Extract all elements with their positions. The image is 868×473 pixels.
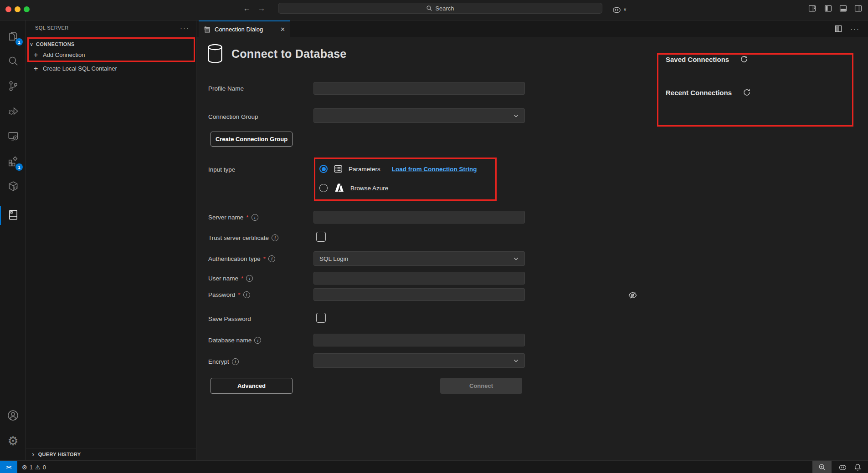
save-password-checkbox[interactable] <box>316 313 326 323</box>
browse-azure-label: Browse Azure <box>350 185 388 192</box>
connections-section-header[interactable]: ∨ CONNECTIONS <box>26 39 195 50</box>
profile-name-input[interactable] <box>313 82 525 95</box>
add-connection-item[interactable]: + Add Connection <box>26 49 195 61</box>
more-actions-icon[interactable]: ··· <box>850 25 860 33</box>
sidebar-item-remote-explorer[interactable] <box>0 124 26 149</box>
remote-explorer-icon <box>7 130 19 144</box>
manage-settings-button[interactable]: ⚙ <box>0 429 26 454</box>
search-placeholder: Search <box>435 5 454 12</box>
create-local-sql-container-label: Create Local SQL Container <box>43 65 117 72</box>
user-name-input[interactable] <box>313 272 525 285</box>
input-type-browse-azure-option[interactable]: Browse Azure <box>319 183 388 193</box>
info-icon[interactable]: i <box>254 337 261 344</box>
sidebar-item-explorer[interactable]: 1 <box>0 24 26 49</box>
create-local-sql-container-item[interactable]: + Create Local SQL Container <box>26 63 195 74</box>
sidebar-item-containers[interactable] <box>0 174 26 199</box>
advanced-button[interactable]: Advanced <box>211 378 293 394</box>
connection-dialog-icon <box>204 25 211 33</box>
close-tab-icon[interactable]: ✕ <box>280 26 285 33</box>
zoom-window-button[interactable] <box>24 6 30 12</box>
connection-dialog-webview: Connect to Database Profile Name Connect… <box>196 37 868 460</box>
saved-connections-title: Saved Connections <box>666 56 729 63</box>
account-icon <box>7 409 19 423</box>
trust-server-certificate-checkbox[interactable] <box>316 232 326 242</box>
warnings-icon: ⚠ <box>35 464 41 471</box>
sidebar-item-search[interactable] <box>0 49 26 74</box>
create-connection-group-button[interactable]: Create Connection Group <box>211 132 293 147</box>
sql-server-icon <box>7 209 19 223</box>
search-icon <box>426 5 432 11</box>
command-center-search[interactable]: Search <box>278 3 602 14</box>
go-back-icon[interactable]: ← <box>241 4 253 13</box>
sidebar-title: SQL SERVER <box>35 25 180 31</box>
authentication-type-label: Authentication type * i <box>208 254 275 263</box>
tab-connection-dialog[interactable]: Connection Dialog ✕ <box>199 20 290 37</box>
toggle-password-visibility-icon[interactable] <box>628 291 637 301</box>
load-from-connection-string-link[interactable]: Load from Connection String <box>392 166 477 173</box>
info-icon[interactable]: i <box>232 358 239 365</box>
database-name-input[interactable] <box>313 334 525 346</box>
info-icon[interactable]: i <box>268 255 275 262</box>
connection-group-select[interactable] <box>313 108 525 123</box>
toggle-panel-icon[interactable] <box>839 5 847 14</box>
zoom-status-button[interactable] <box>812 461 832 473</box>
query-history-section-header[interactable]: › QUERY HISTORY <box>26 448 196 460</box>
radio-unselected-icon[interactable] <box>319 184 328 192</box>
input-type-label: Input type <box>208 165 235 174</box>
close-window-button[interactable] <box>5 6 11 12</box>
search-icon <box>7 55 19 69</box>
toggle-secondary-sidebar-icon[interactable] <box>854 5 862 14</box>
active-indicator <box>0 206 1 225</box>
activity-bar-bottom: ⚙ <box>0 404 26 454</box>
sidebar-item-run-debug[interactable] <box>0 99 26 124</box>
info-icon[interactable]: i <box>252 214 258 221</box>
connect-button[interactable]: Connect <box>440 378 522 394</box>
status-bar: >< ⊗ 1 ⚠ 0 <box>0 460 868 473</box>
info-icon[interactable]: i <box>246 275 253 282</box>
authentication-type-select[interactable]: SQL Login <box>313 251 525 266</box>
more-actions-icon[interactable]: ··· <box>180 24 190 32</box>
sidebar-item-source-control[interactable] <box>0 74 26 99</box>
copilot-icon[interactable] <box>611 5 622 17</box>
activity-bar: 1 <box>0 20 26 460</box>
customize-layout-icon[interactable] <box>808 5 816 14</box>
server-name-label: Server name * i <box>208 213 258 222</box>
input-type-parameters-option[interactable]: Parameters Load from Connection String <box>319 164 477 173</box>
remote-icon: >< <box>6 464 11 470</box>
debug-icon <box>7 105 19 119</box>
recent-connections-section: Recent Connections <box>666 88 751 97</box>
info-icon[interactable]: i <box>243 291 250 298</box>
editor-actions: ··· <box>835 20 860 37</box>
info-icon[interactable]: i <box>272 234 278 241</box>
copilot-menu-chevron-icon[interactable]: ∨ <box>623 7 627 12</box>
password-label: Password * i <box>208 290 250 299</box>
radio-selected-icon[interactable] <box>319 165 328 173</box>
sidebar-item-extensions[interactable]: 1 <box>0 149 26 174</box>
copilot-status-icon[interactable] <box>838 463 847 472</box>
sidebar-item-sql-server[interactable] <box>0 203 26 228</box>
profile-name-label: Profile Name <box>208 84 244 93</box>
panel-divider <box>655 37 655 460</box>
errors-icon: ⊗ <box>22 463 27 471</box>
encrypt-select[interactable] <box>313 353 525 368</box>
go-forward-icon[interactable]: → <box>255 4 268 13</box>
add-connection-label: Add Connection <box>43 51 85 58</box>
database-name-label: Database name i <box>208 336 261 345</box>
dialog-heading: Connect to Database <box>206 43 346 64</box>
server-name-input[interactable] <box>313 211 525 224</box>
required-marker: * <box>263 255 266 262</box>
minimize-window-button[interactable] <box>15 6 21 12</box>
vscode-window: ← → Search ∨ <box>0 0 868 473</box>
password-input[interactable] <box>313 288 525 301</box>
notifications-bell-icon[interactable] <box>854 463 862 471</box>
split-editor-icon[interactable] <box>835 25 842 32</box>
accounts-button[interactable] <box>0 404 26 429</box>
toggle-primary-sidebar-icon[interactable] <box>824 5 832 14</box>
connection-group-label: Connection Group <box>208 112 258 121</box>
editor-group: Connection Dialog ✕ ··· Connec <box>196 20 868 460</box>
remote-indicator[interactable]: >< <box>0 461 17 473</box>
refresh-icon[interactable] <box>740 55 748 63</box>
problems-status[interactable]: ⊗ 1 ⚠ 0 <box>22 461 46 473</box>
chevron-down-icon <box>513 358 519 364</box>
refresh-icon[interactable] <box>743 88 751 97</box>
